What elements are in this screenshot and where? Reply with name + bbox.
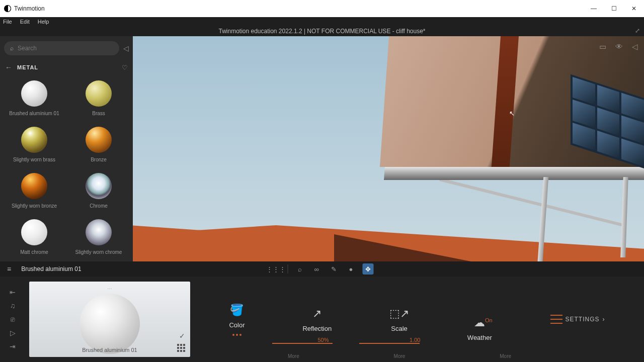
grid-view-icon[interactable] xyxy=(177,344,185,352)
material-grid[interactable]: Brushed aluminium 01BrassSlightly worn b… xyxy=(0,74,133,261)
more-row: More More More xyxy=(190,353,644,359)
move-tool-icon[interactable]: ✥ xyxy=(363,263,374,275)
paint-bucket-icon: 🪣 xyxy=(230,303,244,317)
search-box[interactable]: ⌕ xyxy=(4,41,119,55)
apply-check-icon[interactable]: ✓ xyxy=(179,332,185,340)
dock-panel: ⇤ ♫ ⎚ ▷ ⇥ … Brushed aluminium 01 ✓ 🪣 Col… xyxy=(0,277,644,362)
search-icon: ⌕ xyxy=(10,45,14,52)
material-item[interactable]: Chrome xyxy=(66,171,131,215)
app-logo-icon xyxy=(4,5,11,12)
material-name: Brass xyxy=(92,111,105,116)
material-name: Slightly worn brass xyxy=(13,157,55,162)
breadcrumb: ← METAL ♡ xyxy=(0,60,133,74)
favorite-icon[interactable]: ♡ xyxy=(122,64,128,71)
viewport[interactable]: ▭ 👁 ◁ ↖ xyxy=(133,36,644,261)
material-name: Chrome xyxy=(90,203,108,209)
settings-button[interactable]: SETTINGS › xyxy=(550,315,605,324)
library-panel: ⌕ ◁ ← METAL ♡ Brushed aluminium 01BrassS… xyxy=(0,36,133,261)
back-arrow-icon[interactable]: ← xyxy=(5,63,12,71)
globe-tool-icon[interactable]: ● xyxy=(346,263,357,275)
menu-edit[interactable]: Edit xyxy=(20,19,30,25)
cloud-icon: ☁ xyxy=(474,316,485,330)
menu-bar: File Edit Help xyxy=(0,17,644,26)
scale-slider[interactable] xyxy=(359,343,420,344)
material-name: Slightly worn chrome xyxy=(75,249,122,255)
menu-file[interactable]: File xyxy=(3,19,12,25)
chevron-right-icon: › xyxy=(603,316,605,323)
collapse-panel-icon[interactable]: ◁ xyxy=(123,44,129,52)
reflection-property[interactable]: ↗ Reflection 50% xyxy=(302,307,332,332)
sliders-icon xyxy=(550,315,562,324)
expand-icon[interactable]: ⤢ xyxy=(635,27,640,34)
color-dots-icon xyxy=(232,334,242,336)
reflection-icon: ↗ xyxy=(312,307,321,321)
dock-header: ≡ Brushed aluminium 01 ⋮⋮⋮ ⌕ ∞ ✎ ● ✥ xyxy=(0,261,644,277)
link-tool-icon[interactable]: ∞ xyxy=(311,263,323,275)
more-link[interactable]: More xyxy=(288,353,299,359)
export-tab-icon[interactable]: ⇥ xyxy=(10,342,16,350)
preview-handle-icon[interactable]: … xyxy=(107,285,112,290)
reflection-label: Reflection xyxy=(302,325,332,332)
app-name: Twinmotion xyxy=(14,5,45,12)
scale-value: 1.00 xyxy=(410,337,420,343)
dock-title: Brushed aluminium 01 xyxy=(21,265,81,273)
material-item[interactable]: Brass xyxy=(66,78,131,123)
menu-help[interactable]: Help xyxy=(38,19,49,25)
more-link[interactable]: More xyxy=(394,353,406,359)
material-sphere-icon xyxy=(21,127,47,153)
more-link[interactable]: More xyxy=(500,353,511,359)
title-banner: Twinmotion education 2022.1.2 | NOT FOR … xyxy=(0,26,644,36)
material-sphere-icon xyxy=(86,173,112,199)
reflection-value: 50% xyxy=(317,337,329,343)
close-button[interactable]: ✕ xyxy=(624,0,644,17)
material-sphere-icon xyxy=(86,80,112,107)
reflection-slider[interactable] xyxy=(272,343,333,344)
material-item[interactable]: Slightly worn bronze xyxy=(2,171,66,215)
material-item[interactable]: Slightly worn chrome xyxy=(66,217,131,261)
weather-value: On xyxy=(485,317,493,323)
dock-menu-icon[interactable]: ≡ xyxy=(7,265,11,273)
breadcrumb-label: METAL xyxy=(17,64,38,70)
viewport-toolbar: ⋮⋮⋮ ⌕ ∞ ✎ ● ✥ xyxy=(271,263,374,275)
material-properties: 🪣 Color ↗ Reflection 50% ⬚↗ Scale 1.00 ☁… xyxy=(190,277,644,362)
import-tab-icon[interactable]: ⇤ xyxy=(10,288,16,296)
window-titlebar: Twinmotion — ☐ ✕ xyxy=(0,0,644,17)
settings-tab-icon[interactable]: ⎚ xyxy=(11,315,15,323)
material-sphere-icon xyxy=(21,219,47,245)
material-item[interactable]: Matt chrome xyxy=(2,217,66,261)
weather-property[interactable]: ☁ Weather On xyxy=(467,316,493,323)
search-input[interactable] xyxy=(18,45,113,52)
minimize-button[interactable]: — xyxy=(584,0,604,17)
color-property[interactable]: 🪣 Color xyxy=(229,303,245,336)
scale-icon: ⬚↗ xyxy=(389,307,409,321)
picker-tool-icon[interactable]: ✎ xyxy=(329,263,340,275)
scale-label: Scale xyxy=(391,325,408,332)
material-item[interactable]: Slightly worn brass xyxy=(2,125,66,169)
scale-property[interactable]: ⬚↗ Scale 1.00 xyxy=(389,307,409,332)
dock-side-tabs: ⇤ ♫ ⎚ ▷ ⇥ xyxy=(0,277,25,362)
material-sphere-icon xyxy=(86,219,112,245)
search-tool-icon[interactable]: ⌕ xyxy=(294,263,305,275)
viewport-collapse-icon[interactable]: ◁ xyxy=(632,42,638,51)
grid-tool-icon[interactable]: ⋮⋮⋮ xyxy=(271,263,282,275)
maximize-button[interactable]: ☐ xyxy=(604,0,624,17)
viewport-fullscreen-icon[interactable]: ▭ xyxy=(599,42,606,51)
viewport-visibility-icon[interactable]: 👁 xyxy=(615,42,623,51)
material-name: Brushed aluminium 01 xyxy=(9,111,59,116)
preview-name: Brushed aluminium 01 xyxy=(82,347,137,353)
weather-label: Weather xyxy=(467,334,492,341)
document-title: Twinmotion education 2022.1.2 | NOT FOR … xyxy=(218,28,425,35)
material-sphere-icon xyxy=(21,80,47,107)
material-name: Matt chrome xyxy=(20,249,48,255)
color-label: Color xyxy=(229,321,245,329)
media-tab-icon[interactable]: ▷ xyxy=(10,329,16,337)
settings-label: SETTINGS xyxy=(566,316,600,323)
material-item[interactable]: Brushed aluminium 01 xyxy=(2,78,66,123)
material-name: Slightly worn bronze xyxy=(12,203,57,209)
material-item[interactable]: Bronze xyxy=(66,125,131,169)
material-preview[interactable]: … Brushed aluminium 01 ✓ xyxy=(29,282,190,357)
material-sphere-icon xyxy=(86,127,112,153)
context-tab-icon[interactable]: ♫ xyxy=(10,302,16,310)
material-sphere-icon xyxy=(21,173,47,199)
preview-sphere xyxy=(79,294,140,354)
